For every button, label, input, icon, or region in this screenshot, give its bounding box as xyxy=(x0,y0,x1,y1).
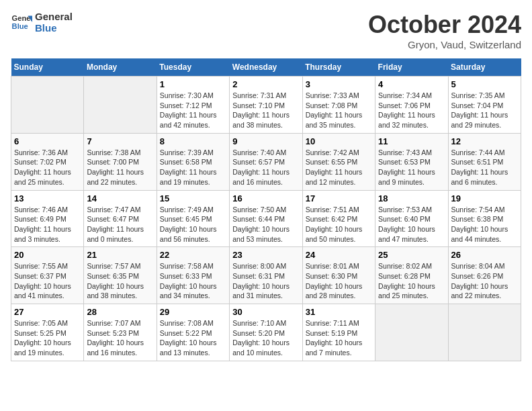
day-number: 24 xyxy=(306,250,372,260)
day-info: Sunrise: 7:50 AMSunset: 6:44 PMDaylight:… xyxy=(232,205,299,244)
day-number: 6 xyxy=(14,136,81,146)
svg-text:General: General xyxy=(12,14,32,22)
day-info: Sunrise: 7:42 AMSunset: 6:55 PMDaylight:… xyxy=(306,148,372,187)
day-number: 13 xyxy=(14,193,81,203)
calendar-cell: 31Sunrise: 7:11 AMSunset: 5:19 PMDayligh… xyxy=(302,304,375,361)
day-number: 23 xyxy=(232,250,299,260)
day-number: 14 xyxy=(87,193,153,203)
day-info: Sunrise: 7:40 AMSunset: 6:57 PMDaylight:… xyxy=(232,148,299,187)
calendar-cell: 4Sunrise: 7:34 AMSunset: 7:06 PMDaylight… xyxy=(375,77,448,134)
day-number: 15 xyxy=(160,193,226,203)
day-info: Sunrise: 7:49 AMSunset: 6:45 PMDaylight:… xyxy=(160,205,226,244)
day-number: 9 xyxy=(232,136,299,146)
day-info: Sunrise: 7:38 AMSunset: 7:00 PMDaylight:… xyxy=(87,148,153,187)
calendar-cell: 12Sunrise: 7:44 AMSunset: 6:51 PMDayligh… xyxy=(448,133,521,190)
day-info: Sunrise: 7:33 AMSunset: 7:08 PMDaylight:… xyxy=(306,91,372,130)
calendar-cell: 5Sunrise: 7:35 AMSunset: 7:04 PMDaylight… xyxy=(448,77,521,134)
calendar-cell: 15Sunrise: 7:49 AMSunset: 6:45 PMDayligh… xyxy=(157,190,229,247)
day-info: Sunrise: 8:01 AMSunset: 6:30 PMDaylight:… xyxy=(306,261,372,301)
calendar-cell: 19Sunrise: 7:54 AMSunset: 6:38 PMDayligh… xyxy=(448,190,521,247)
calendar-week-row: 13Sunrise: 7:46 AMSunset: 6:49 PMDayligh… xyxy=(11,190,521,247)
day-info: Sunrise: 7:46 AMSunset: 6:49 PMDaylight:… xyxy=(14,205,81,244)
svg-text:Blue: Blue xyxy=(12,22,28,30)
calendar-cell: 11Sunrise: 7:43 AMSunset: 6:53 PMDayligh… xyxy=(375,133,448,190)
day-number: 1 xyxy=(160,79,226,89)
day-number: 4 xyxy=(378,79,445,89)
day-info: Sunrise: 7:51 AMSunset: 6:42 PMDaylight:… xyxy=(306,205,372,244)
calendar-cell: 16Sunrise: 7:50 AMSunset: 6:44 PMDayligh… xyxy=(230,190,302,247)
day-info: Sunrise: 7:07 AMSunset: 5:23 PMDaylight:… xyxy=(87,318,153,358)
day-info: Sunrise: 7:58 AMSunset: 6:33 PMDaylight:… xyxy=(160,261,226,301)
day-number: 31 xyxy=(306,307,372,317)
day-number: 3 xyxy=(306,79,372,89)
weekday-header: Wednesday xyxy=(230,58,302,77)
calendar-cell xyxy=(11,77,84,134)
calendar-cell: 23Sunrise: 8:00 AMSunset: 6:31 PMDayligh… xyxy=(230,247,302,304)
calendar-cell: 21Sunrise: 7:57 AMSunset: 6:35 PMDayligh… xyxy=(84,247,157,304)
weekday-header-row: SundayMondayTuesdayWednesdayThursdayFrid… xyxy=(11,58,521,77)
logo-icon: General Blue xyxy=(11,11,32,33)
day-info: Sunrise: 8:02 AMSunset: 6:28 PMDaylight:… xyxy=(378,261,445,301)
day-info: Sunrise: 7:31 AMSunset: 7:10 PMDaylight:… xyxy=(232,91,299,130)
day-info: Sunrise: 7:35 AMSunset: 7:04 PMDaylight:… xyxy=(451,91,518,130)
day-info: Sunrise: 7:55 AMSunset: 6:37 PMDaylight:… xyxy=(14,261,81,301)
calendar-cell: 29Sunrise: 7:08 AMSunset: 5:22 PMDayligh… xyxy=(157,304,229,361)
calendar-week-row: 20Sunrise: 7:55 AMSunset: 6:37 PMDayligh… xyxy=(11,247,521,304)
day-number: 2 xyxy=(232,79,299,89)
day-info: Sunrise: 7:39 AMSunset: 6:58 PMDaylight:… xyxy=(160,148,226,187)
day-number: 8 xyxy=(160,136,226,146)
calendar-cell: 25Sunrise: 8:02 AMSunset: 6:28 PMDayligh… xyxy=(375,247,448,304)
title-area: October 2024 Gryon, Vaud, Switzerland xyxy=(368,11,521,50)
day-number: 5 xyxy=(451,79,518,89)
calendar-cell: 7Sunrise: 7:38 AMSunset: 7:00 PMDaylight… xyxy=(84,133,157,190)
calendar-cell: 20Sunrise: 7:55 AMSunset: 6:37 PMDayligh… xyxy=(11,247,84,304)
calendar-cell: 14Sunrise: 7:47 AMSunset: 6:47 PMDayligh… xyxy=(84,190,157,247)
day-info: Sunrise: 7:10 AMSunset: 5:20 PMDaylight:… xyxy=(232,318,299,358)
day-info: Sunrise: 7:08 AMSunset: 5:22 PMDaylight:… xyxy=(160,318,226,358)
day-number: 29 xyxy=(160,307,226,317)
day-number: 25 xyxy=(378,250,445,260)
day-number: 10 xyxy=(306,136,372,146)
calendar-cell: 30Sunrise: 7:10 AMSunset: 5:20 PMDayligh… xyxy=(230,304,302,361)
calendar-week-row: 6Sunrise: 7:36 AMSunset: 7:02 PMDaylight… xyxy=(11,133,521,190)
day-info: Sunrise: 7:30 AMSunset: 7:12 PMDaylight:… xyxy=(160,91,226,130)
day-number: 28 xyxy=(87,307,153,317)
day-info: Sunrise: 7:36 AMSunset: 7:02 PMDaylight:… xyxy=(14,148,81,187)
calendar-cell: 10Sunrise: 7:42 AMSunset: 6:55 PMDayligh… xyxy=(302,133,375,190)
day-number: 7 xyxy=(87,136,153,146)
calendar-cell: 26Sunrise: 8:04 AMSunset: 6:26 PMDayligh… xyxy=(448,247,521,304)
calendar-cell: 8Sunrise: 7:39 AMSunset: 6:58 PMDaylight… xyxy=(157,133,229,190)
day-number: 12 xyxy=(451,136,518,146)
day-info: Sunrise: 7:44 AMSunset: 6:51 PMDaylight:… xyxy=(451,148,518,187)
calendar-cell: 28Sunrise: 7:07 AMSunset: 5:23 PMDayligh… xyxy=(84,304,157,361)
weekday-header: Sunday xyxy=(11,58,84,77)
calendar-cell: 9Sunrise: 7:40 AMSunset: 6:57 PMDaylight… xyxy=(230,133,302,190)
weekday-header: Friday xyxy=(375,58,448,77)
day-number: 26 xyxy=(451,250,518,260)
logo-text: General Blue xyxy=(35,11,73,34)
weekday-header: Saturday xyxy=(448,58,521,77)
day-number: 22 xyxy=(160,250,226,260)
calendar-cell xyxy=(84,77,157,134)
day-number: 27 xyxy=(14,307,81,317)
calendar-week-row: 27Sunrise: 7:05 AMSunset: 5:25 PMDayligh… xyxy=(11,304,521,361)
day-number: 17 xyxy=(306,193,372,203)
day-info: Sunrise: 7:34 AMSunset: 7:06 PMDaylight:… xyxy=(378,91,445,130)
weekday-header: Thursday xyxy=(302,58,375,77)
day-info: Sunrise: 8:04 AMSunset: 6:26 PMDaylight:… xyxy=(451,261,518,301)
day-info: Sunrise: 8:00 AMSunset: 6:31 PMDaylight:… xyxy=(232,261,299,301)
location: Gryon, Vaud, Switzerland xyxy=(368,39,521,50)
calendar-cell: 2Sunrise: 7:31 AMSunset: 7:10 PMDaylight… xyxy=(230,77,302,134)
calendar-cell: 22Sunrise: 7:58 AMSunset: 6:33 PMDayligh… xyxy=(157,247,229,304)
day-number: 21 xyxy=(87,250,153,260)
calendar-cell: 27Sunrise: 7:05 AMSunset: 5:25 PMDayligh… xyxy=(11,304,84,361)
day-number: 11 xyxy=(378,136,445,146)
day-info: Sunrise: 7:54 AMSunset: 6:38 PMDaylight:… xyxy=(451,205,518,244)
day-number: 30 xyxy=(232,307,299,317)
calendar-cell: 13Sunrise: 7:46 AMSunset: 6:49 PMDayligh… xyxy=(11,190,84,247)
calendar-cell: 18Sunrise: 7:53 AMSunset: 6:40 PMDayligh… xyxy=(375,190,448,247)
calendar-cell: 6Sunrise: 7:36 AMSunset: 7:02 PMDaylight… xyxy=(11,133,84,190)
logo: General Blue General Blue xyxy=(11,11,73,34)
calendar-week-row: 1Sunrise: 7:30 AMSunset: 7:12 PMDaylight… xyxy=(11,77,521,134)
day-info: Sunrise: 7:05 AMSunset: 5:25 PMDaylight:… xyxy=(14,318,81,358)
